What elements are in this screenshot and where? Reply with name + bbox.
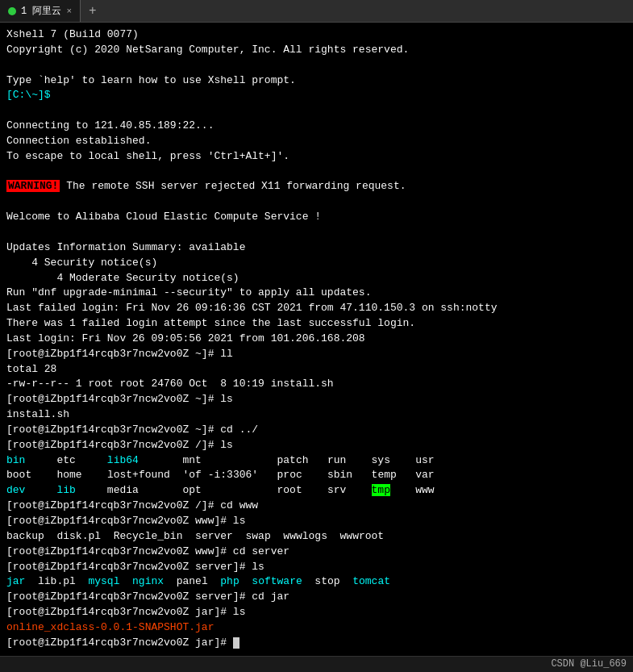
moderate-security: 4 Moderate Security notice(s) (6, 271, 627, 286)
status-text: CSDN @Liu_669 (551, 658, 627, 670)
cmd-ls-root: [root@iZbp1f14rcqb3r7ncw2vo0Z /]# ls (6, 438, 627, 453)
ls-root-row3: dev lib media opt root srv tmp www (6, 483, 627, 499)
ls-lib: lib (56, 484, 75, 496)
tab-status-dot (8, 7, 16, 15)
last-login: Last login: Fri Nov 26 09:05:56 2021 fro… (6, 332, 627, 347)
tab-close-button[interactable]: × (66, 6, 72, 16)
connecting-line: Connecting to 121.40.85.189:22... (6, 119, 627, 134)
jar-file: online_xdclass-0.0.1-SNAPSHOT.jar (6, 621, 214, 633)
ls-panel: panel (177, 575, 208, 587)
help-hint: Type `help' to learn how to use Xshell p… (6, 73, 627, 89)
ls-lost-found: lost+found (107, 469, 170, 481)
ls-disk-pl: disk.pl (56, 530, 101, 542)
warning-line: WARNING! The remote SSH server rejected … (6, 179, 627, 194)
ls-recycle-bin: Recycle_bin (114, 530, 183, 542)
final-prompt: [root@iZbp1f14rcqb3r7ncw2vo0Z jar]# (6, 636, 627, 651)
ls-result-1: install.sh (6, 407, 627, 423)
blank-4 (6, 194, 627, 210)
ls-wwwroot: wwwroot (340, 530, 385, 542)
tab-bar: 1 阿里云 × + (0, 0, 633, 23)
local-prompt: [C:\~]$ (6, 88, 627, 103)
terminal-output: Xshell 7 (Build 0077) Copyright (c) 2020… (0, 23, 633, 656)
ls-temp: temp (372, 469, 397, 481)
ls-www: www (415, 484, 434, 496)
welcome-line: Welcome to Alibaba Cloud Elastic Compute… (6, 210, 627, 225)
security-notices: 4 Security notice(s) (6, 256, 627, 271)
terminal-cursor (233, 637, 239, 649)
cmd-ls-1: [root@iZbp1f14rcqb3r7ncw2vo0Z ~]# ls (6, 392, 627, 407)
ls-home: home (56, 469, 81, 481)
ls-mnt: mnt (182, 454, 201, 466)
ls-dev: dev (6, 484, 25, 496)
cmd-ls-www: [root@iZbp1f14rcqb3r7ncw2vo0Z www]# ls (6, 514, 627, 529)
tab-1[interactable]: 1 阿里云 × (0, 0, 81, 22)
status-bar: CSDN @Liu_669 (0, 656, 633, 672)
tab-label: 1 阿里云 (21, 4, 61, 18)
escape-hint: To escape to local shell, press 'Ctrl+Al… (6, 149, 627, 165)
ls-server-result: jar lib.pl mysql nginx panel php softwar… (6, 574, 627, 590)
blank-5 (6, 225, 627, 240)
cmd-cd-jar: [root@iZbp1f14rcqb3r7ncw2vo0Z server]# c… (6, 590, 627, 605)
blank-1 (6, 58, 627, 73)
ls-root-dir: root (277, 484, 302, 496)
ls-swap: swap (246, 530, 271, 542)
ls-tmp: tmp (372, 484, 390, 496)
blank-3 (6, 165, 627, 180)
ls-etc: etc (56, 454, 75, 466)
blank-2 (6, 103, 627, 119)
ls-php: php (220, 575, 239, 587)
ls-sbin: sbin (327, 469, 352, 481)
total-28: total 28 (6, 362, 627, 378)
ls-jar-result: online_xdclass-0.0.1-SNAPSHOT.jar (6, 620, 627, 636)
ls-mysql: mysql (88, 575, 119, 587)
ls-backup: backup (6, 530, 44, 542)
xshell-version: Xshell 7 (Build 0077) (6, 27, 627, 43)
ls-nginx: nginx (132, 575, 164, 587)
ls-usr: usr (415, 454, 434, 466)
ls-stop: stop (314, 575, 339, 587)
cmd-cd-www: [root@iZbp1f14rcqb3r7ncw2vo0Z /]# cd www (6, 499, 627, 514)
warning-text: The remote SSH server rejected X11 forwa… (60, 180, 406, 192)
ls-media: media (107, 484, 139, 496)
ls-lib64: lib64 (107, 454, 139, 466)
ls-of: 'of -i:3306' (183, 469, 259, 481)
ls-www-result: backup disk.pl Recycle_bin server swap w… (6, 529, 627, 545)
ls-sys: sys (372, 454, 390, 466)
ls-bin: bin (6, 454, 25, 466)
warning-badge: WARNING! (6, 180, 60, 192)
ls-root-row1: bin etc lib64 mnt patch run sys usr (6, 453, 627, 469)
ls-srv: srv (327, 484, 346, 496)
ls-tomcat: tomcat (352, 575, 390, 587)
ls-root-row2: boot home lost+found 'of -i:3306' proc s… (6, 468, 627, 483)
connection-established: Connection established. (6, 134, 627, 149)
cmd-ls-jar: [root@iZbp1f14rcqb3r7ncw2vo0Z jar]# ls (6, 605, 627, 620)
copyright-line: Copyright (c) 2020 NetSarang Computer, I… (6, 43, 627, 58)
cmd-ls-server: [root@iZbp1f14rcqb3r7ncw2vo0Z server]# l… (6, 560, 627, 575)
ls-run: run (327, 454, 346, 466)
updates-summary: Updates Information Summary: available (6, 240, 627, 256)
ls-opt: opt (182, 484, 201, 496)
cmd-ll: [root@iZbp1f14rcqb3r7ncw2vo0Z ~]# ll (6, 347, 627, 362)
ls-boot: boot (6, 469, 31, 481)
ls-wwwlogs: wwwlogs (283, 530, 327, 542)
cmd-cd-server: [root@iZbp1f14rcqb3r7ncw2vo0Z www]# cd s… (6, 545, 627, 560)
tab-add-button[interactable]: + (81, 4, 105, 19)
ls-software: software (252, 575, 302, 587)
failed-attempts: There was 1 failed login attempt since t… (6, 316, 627, 332)
ls-lib-pl: lib.pl (38, 575, 76, 587)
last-failed-login: Last failed login: Fri Nov 26 09:16:36 C… (6, 301, 627, 316)
file-install-sh: -rw-r--r-- 1 root root 24760 Oct 8 10:19… (6, 377, 627, 392)
cmd-cd-up: [root@iZbp1f14rcqb3r7ncw2vo0Z ~]# cd ../ (6, 423, 627, 438)
dnf-hint: Run "dnf upgrade-minimal --security" to … (6, 286, 627, 301)
ls-var: var (415, 469, 434, 481)
ls-patch: patch (277, 454, 309, 466)
ls-jar: jar (6, 575, 25, 587)
ls-proc: proc (277, 469, 302, 481)
ls-server: server (195, 530, 233, 542)
